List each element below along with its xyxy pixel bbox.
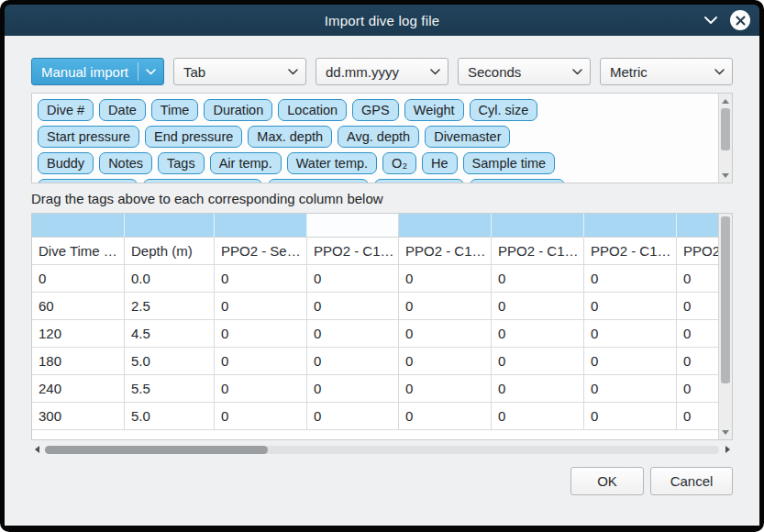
table-cell: 0 [677,320,718,348]
table-cell: 300 [32,403,125,430]
table-cell: 0 [215,403,307,430]
scroll-down-icon[interactable] [719,169,732,182]
column-drop-target[interactable] [125,214,215,238]
table-cell: 0 [492,375,584,403]
table-cell: 0 [677,403,718,430]
column-header: PPO2 - [677,238,718,265]
column-drop-target[interactable] [584,214,677,238]
drag-tag[interactable]: Sample depth [38,179,138,183]
table-cell: 0 [677,293,718,320]
ok-button[interactable]: OK [570,467,644,495]
drag-tag[interactable]: Cyl. size [470,99,538,121]
table-cell: 0 [584,265,677,293]
column-drop-target[interactable] [492,214,584,238]
drag-tag[interactable]: Sample temp. [268,179,368,183]
table-cell: 0.0 [125,265,215,293]
drag-tag[interactable]: Duration [204,99,272,121]
table-cell: 0 [307,403,399,430]
table-cell: 0 [492,320,584,348]
column-drop-target[interactable] [215,214,307,238]
drag-tag[interactable]: Sample CNS [470,179,565,183]
drag-tag[interactable]: Buddy [38,152,94,174]
scroll-right-icon[interactable] [722,442,733,457]
combo-date-format-value: dd.mm.yyyy [326,64,399,80]
column-drop-target[interactable] [307,214,399,238]
drag-tag[interactable]: Start pressure [38,126,139,148]
table-cell: 0 [399,375,492,403]
combo-import-mode-value: Manual import [41,64,128,80]
scroll-left-icon[interactable] [31,442,42,457]
column-header: PPO2 - C1… [584,238,677,265]
table-cell: 2.5 [125,293,215,320]
dialog-body: Manual import Tab dd.mm.yyyy Seconds Met… [5,36,759,526]
drag-tag[interactable]: He [422,152,458,174]
scrollbar-thumb[interactable] [45,446,268,454]
drag-tag[interactable]: Dive # [38,99,94,121]
table-cell: 0 [399,348,492,375]
titlebar[interactable]: Import dive log file [5,5,759,36]
chevron-down-icon[interactable] [704,17,717,24]
drag-tag[interactable]: Sample pressure [143,179,262,183]
drag-tag[interactable]: End pressure [145,126,242,148]
column-drop-target[interactable] [677,214,718,238]
combo-duration-format[interactable]: Seconds [458,58,591,85]
drag-tag[interactable]: Max. depth [248,126,332,148]
scrollbar-track[interactable] [45,446,719,454]
table-cell: 0 [584,293,677,320]
scrollbar-thumb[interactable] [721,108,730,150]
combo-import-mode[interactable]: Manual import [31,58,164,85]
combo-date-format[interactable]: dd.mm.yyyy [316,58,448,85]
drag-tag[interactable]: Air temp. [210,152,282,174]
drag-tag[interactable]: O₂ [382,152,416,174]
table-cell: 60 [32,293,125,320]
column-header: Dive Time … [32,238,125,265]
table-cell: 0 [307,320,399,348]
table-cell: 4.5 [125,320,215,348]
table-cell: 0 [677,375,718,403]
table-vscrollbar[interactable] [718,214,732,439]
tags-scrollbar[interactable] [718,94,732,183]
table-cell: 0 [677,265,718,293]
drag-tag[interactable]: Sample time [463,152,556,174]
drag-tag[interactable]: Date [99,99,146,121]
column-drop-target[interactable] [32,214,125,238]
combo-units[interactable]: Metric [600,58,733,85]
scrollbar-thumb[interactable] [721,216,730,383]
table-cell: 0 [215,320,307,348]
combo-field-separator[interactable]: Tab [173,58,306,85]
drag-tag[interactable]: Location [278,99,347,121]
dialog-window: Import dive log file Manual import Tab d… [0,0,764,532]
table-grid: Dive Time … Depth (m) PPO2 - Se… PPO2 - … [32,214,718,430]
scroll-up-icon[interactable] [719,94,732,107]
chevron-down-icon [425,69,440,75]
drag-tag[interactable]: Time [151,99,199,121]
table-cell: 0 [399,320,492,348]
column-header: PPO2 - Se… [215,238,307,265]
chevron-down-icon [709,69,725,75]
drag-tag[interactable]: Divemaster [425,126,510,148]
drag-tag[interactable]: Sample pO₂ [374,179,464,183]
chevron-down-icon [282,69,298,75]
table-cell: 180 [32,348,125,375]
table-row: 0 0.0 0 0 0 0 0 0 [32,265,718,293]
cancel-button[interactable]: Cancel [650,467,733,495]
tag-row: Sample depth Sample pressure Sample temp… [38,179,712,183]
drag-tag[interactable]: GPS [352,99,399,121]
combo-duration-format-value: Seconds [468,64,521,80]
drag-tag[interactable]: Notes [99,152,152,174]
table-hscrollbar[interactable] [31,442,733,457]
chevron-down-icon [138,62,156,81]
scroll-down-icon[interactable] [719,426,732,438]
column-drop-target[interactable] [399,214,492,238]
drag-tag[interactable]: Water temp. [287,152,377,174]
table-cell: 0 [399,265,492,293]
tags-panel: Dive # Date Time Duration Location GPS W… [31,93,733,183]
dialog-buttons: OK Cancel [31,467,733,495]
table-cell: 0 [307,293,399,320]
drag-tag[interactable]: Weight [404,99,464,121]
table-cell: 0 [307,375,399,403]
drag-tag[interactable]: Tags [158,152,205,174]
table-cell: 5.0 [125,348,215,375]
close-button[interactable] [730,10,750,30]
drag-tag[interactable]: Avg. depth [338,126,419,148]
